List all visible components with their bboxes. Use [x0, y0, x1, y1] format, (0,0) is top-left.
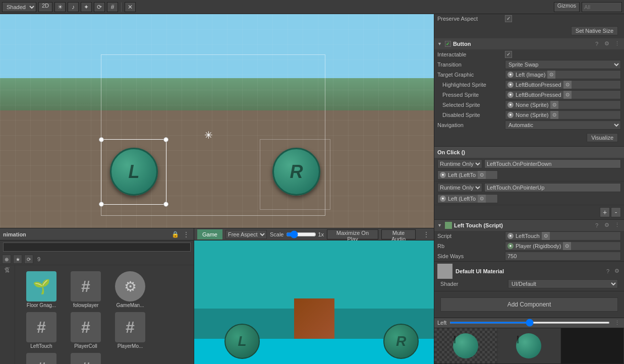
asset-folowplayer[interactable]: # folowplayer	[64, 269, 108, 310]
highlighted-sprite-field[interactable]: ● LeftButtonPressed ⊙	[505, 80, 621, 89]
pressed-sprite-row: Pressed Sprite ● LeftButtonPressed ⊙	[434, 90, 624, 100]
navigation-select[interactable]: Automatic	[505, 120, 621, 130]
effects-icon[interactable]: ✦	[81, 2, 92, 12]
animation-search[interactable]	[3, 242, 191, 252]
light-icon[interactable]: ☀	[54, 2, 66, 12]
pressed-sprite-picker[interactable]: ⊙	[563, 91, 572, 99]
game-left-button[interactable]: L	[224, 324, 260, 359]
transition-select[interactable]: Sprite Swap	[505, 60, 621, 69]
rb-field[interactable]: ● Player (Rigidbody) ⊙	[505, 241, 621, 251]
disabled-sprite-field[interactable]: ● None (Sprite) ⊙	[505, 110, 621, 119]
onclick-target-picker-1[interactable]: ⊙	[478, 171, 486, 179]
disabled-sprite-row: Disabled Sprite ● None (Sprite) ⊙	[434, 110, 624, 120]
left-touch-overflow-btn[interactable]: ⋮	[613, 221, 621, 229]
anim-tool-1[interactable]: ⊕	[2, 255, 11, 264]
audio-icon[interactable]: ♪	[68, 2, 79, 12]
onclick-target-picker-2[interactable]: ⊙	[478, 195, 486, 203]
game-right-button[interactable]: R	[383, 324, 419, 359]
preview-slider[interactable]	[449, 322, 610, 324]
onclick-add-btn[interactable]: +	[600, 207, 610, 217]
anim-tool-3[interactable]: ⟳	[24, 255, 33, 264]
selected-sprite-picker[interactable]: ⊙	[550, 101, 558, 109]
disabled-sprite-icon: ●	[507, 112, 514, 118]
scene-view[interactable]: L R ✳	[0, 14, 434, 228]
target-graphic-field[interactable]: ● Left (Image) ⊙	[505, 70, 621, 79]
asset-floor-gnag[interactable]: 🌱 Floor Gnag...	[19, 269, 64, 310]
native-size-button[interactable]: Set Native Size	[571, 26, 618, 35]
onclick-target-1[interactable]: ● Left (LeftTo ⊙	[437, 170, 498, 179]
target-graphic-picker[interactable]: ⊙	[547, 71, 555, 79]
script-picker[interactable]: ⊙	[542, 232, 550, 240]
handle-tl[interactable]	[99, 137, 104, 142]
gizmos-btn[interactable]: Gizmos	[554, 2, 580, 12]
pressed-sprite-field[interactable]: ● LeftButtonPressed ⊙	[505, 90, 621, 99]
button-settings-btn[interactable]: ⚙	[603, 40, 611, 48]
disabled-sprite-picker[interactable]: ⊙	[550, 111, 558, 119]
lock-btn[interactable]: 🔒	[171, 230, 180, 239]
selected-sprite-field[interactable]: ● None (Sprite) ⊙	[505, 100, 621, 109]
scene-right-button[interactable]: R	[272, 148, 320, 196]
interactable-label: Interactable	[437, 51, 503, 57]
game-tab[interactable]: Game	[197, 229, 222, 239]
animation-content: ipt 🌱 Floor Gnag... # folowplayer	[0, 265, 194, 364]
asset-playermouth[interactable]: # PlayerMo...	[108, 310, 152, 351]
asset-playercoll[interactable]: # PlayerColl	[64, 310, 108, 351]
left-panel: L R ✳ nimation 🔒 ⋮	[0, 14, 434, 364]
material-section: Default UI Material ? ⚙ Shader UI/Defaul…	[434, 262, 624, 291]
more-btn[interactable]: ⋮	[182, 230, 191, 239]
animation-title: nimation	[3, 231, 26, 237]
maximize-on-play-btn[interactable]: Maximize On Play	[327, 229, 378, 239]
aspect-select[interactable]: Free Aspect	[225, 230, 267, 239]
onclick-runtime-select-1[interactable]: Runtime Only	[437, 159, 482, 168]
inspector-panel: Preserve Aspect ✓ Set Native Size ▼ ✓ Bu…	[434, 14, 624, 364]
highlighted-sprite-picker[interactable]: ⊙	[563, 81, 572, 89]
2d-btn[interactable]: 2D	[38, 2, 52, 12]
handle-tr[interactable]	[163, 137, 168, 142]
animation-panel-header: nimation 🔒 ⋮	[0, 228, 194, 240]
handle-br[interactable]	[163, 202, 168, 207]
asset-lefttouch[interactable]: # LeftTouch	[19, 310, 64, 351]
left-touch-header[interactable]: ▼ Left Touch (Script) ? ⚙ ⋮	[434, 220, 624, 231]
script-field[interactable]: ● LeftTouch ⊙	[505, 231, 621, 240]
anim-tool-2[interactable]: ★	[13, 255, 22, 264]
add-component-button[interactable]: Add Component	[440, 297, 618, 312]
asset-score[interactable]: # Score	[64, 351, 108, 364]
shader-select[interactable]: UI/Default	[508, 279, 618, 288]
scene-left-button[interactable]: L	[110, 148, 158, 196]
onclick-remove-btn[interactable]: -	[611, 207, 621, 217]
button-overflow-btn[interactable]: ⋮	[613, 40, 621, 48]
left-touch-info-btn[interactable]: ?	[593, 221, 601, 229]
rotate-icon[interactable]: ⟳	[94, 2, 105, 12]
onclick-function-2[interactable]: LeftTouch.OnPointerUp	[484, 183, 621, 192]
scene-crosshair: ✳	[204, 129, 213, 141]
material-settings-btn[interactable]: ⚙	[613, 267, 621, 275]
shading-select[interactable]: Shaded	[2, 2, 36, 12]
search-input[interactable]	[582, 2, 622, 12]
material-header: Default UI Material ? ⚙	[437, 264, 621, 279]
button-info-btn[interactable]: ?	[593, 40, 601, 48]
add-component-row: Add Component	[434, 291, 624, 318]
preview-dark	[561, 328, 624, 363]
onclick-runtime-select-2[interactable]: Runtime Only	[437, 183, 482, 192]
handle-bl[interactable]	[99, 202, 104, 207]
preview-overflow-btn[interactable]: ⋮	[613, 319, 621, 327]
sideways-field[interactable]: 750	[505, 252, 621, 261]
rb-picker[interactable]: ⊙	[563, 242, 571, 250]
visualize-button[interactable]: Visualize	[587, 133, 618, 142]
button-section-header[interactable]: ▼ ✓ Button ? ⚙ ⋮	[434, 38, 624, 49]
button-enable-checkbox[interactable]: ✓	[445, 41, 451, 47]
interactable-checkbox[interactable]: ✓	[505, 51, 512, 58]
asset-gameman[interactable]: ⚙ GameMan...	[108, 269, 152, 310]
preserve-aspect-checkbox[interactable]: ✓	[505, 15, 512, 22]
onclick-function-1[interactable]: LeftTouch.OnPointerDown	[484, 159, 621, 168]
onclick-target-2[interactable]: ● Left (LeftTo ⊙	[437, 194, 498, 203]
transform-icon[interactable]: ✕	[125, 2, 136, 12]
scale-slider[interactable]	[286, 230, 316, 238]
material-info-btn[interactable]: ?	[604, 267, 612, 275]
grid-icon[interactable]: #	[107, 2, 118, 12]
mute-audio-btn[interactable]: Mute Audio	[381, 229, 416, 239]
rb-value: Player (Rigidbody)	[516, 243, 561, 249]
asset-righttouch[interactable]: # RightTouch	[19, 351, 64, 364]
left-touch-settings-btn[interactable]: ⚙	[603, 221, 611, 229]
game-more-btn[interactable]: ⋮	[422, 230, 431, 239]
